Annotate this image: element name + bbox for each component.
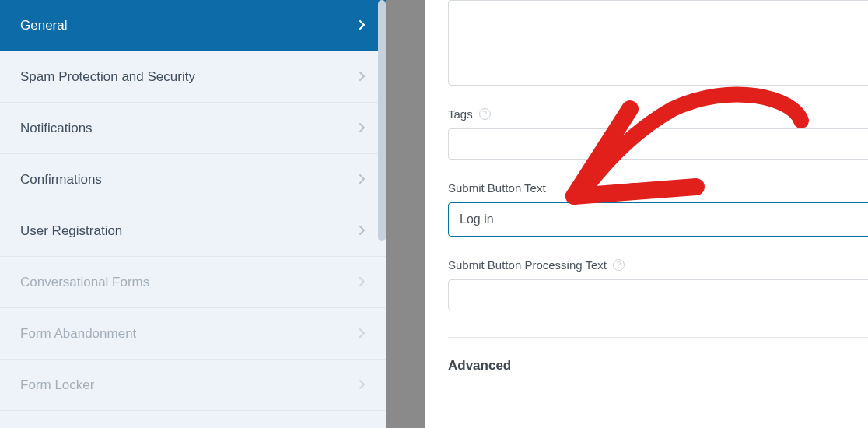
- sidebar-item-label: Form Locker: [20, 377, 94, 393]
- sidebar-item-conversational-forms[interactable]: Conversational Forms: [0, 257, 386, 308]
- chevron-right-icon: [359, 71, 366, 83]
- settings-main-panel: Tags Submit Button Text Submit Button Pr…: [425, 0, 868, 428]
- sidebar-item-spam-protection[interactable]: Spam Protection and Security: [0, 51, 386, 103]
- sidebar-item-label: Spam Protection and Security: [20, 69, 195, 85]
- chevron-right-icon: [359, 276, 366, 289]
- sidebar-item-general[interactable]: General: [0, 0, 386, 51]
- section-divider: [448, 337, 868, 338]
- settings-sidebar: General Spam Protection and Security Not…: [0, 0, 386, 428]
- chevron-right-icon: [359, 19, 366, 32]
- help-icon[interactable]: [613, 259, 625, 271]
- sidebar-item-form-locker[interactable]: Form Locker: [0, 360, 386, 411]
- sidebar-item-label: General: [20, 18, 67, 33]
- sidebar-item-label: Confirmations: [20, 172, 102, 188]
- submit-button-processing-text-input[interactable]: [449, 280, 868, 310]
- sidebar-item-label: User Registration: [20, 223, 122, 239]
- sidebar-item-form-abandonment[interactable]: Form Abandonment: [0, 308, 386, 360]
- sidebar-item-confirmations[interactable]: Confirmations: [0, 154, 386, 205]
- sidebar-item-user-registration[interactable]: User Registration: [0, 205, 386, 257]
- sidebar-scrollbar[interactable]: [378, 0, 386, 241]
- chevron-right-icon: [359, 122, 366, 135]
- sidebar-item-notifications[interactable]: Notifications: [0, 103, 386, 154]
- sidebar-item-label: Notifications: [20, 121, 93, 136]
- submit-button-text-input[interactable]: [449, 203, 868, 236]
- chevron-right-icon: [359, 225, 366, 237]
- sidebar-item-label: Form Abandonment: [20, 326, 136, 342]
- submit-button-processing-text-input-wrapper: [448, 279, 868, 310]
- submit-button-text-label: Submit Button Text: [448, 181, 546, 195]
- form-description-textarea[interactable]: [448, 0, 868, 86]
- tags-label: Tags: [448, 107, 473, 121]
- submit-button-processing-text-label: Submit Button Processing Text: [448, 258, 607, 272]
- chevron-right-icon: [359, 328, 366, 340]
- chevron-right-icon: [359, 174, 366, 186]
- help-icon[interactable]: [479, 108, 491, 120]
- advanced-heading[interactable]: Advanced: [448, 358, 868, 374]
- tags-input[interactable]: [448, 128, 868, 160]
- chevron-right-icon: [359, 379, 366, 391]
- sidebar-item-label: Conversational Forms: [20, 275, 149, 290]
- submit-button-text-input-wrapper: [448, 202, 868, 237]
